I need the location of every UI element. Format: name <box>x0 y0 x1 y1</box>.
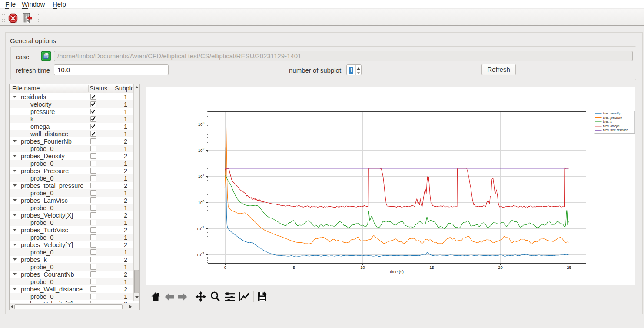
svg-text:5: 5 <box>293 265 295 270</box>
svg-text:10−1: 10−1 <box>196 226 204 231</box>
svg-text:t res. wall_distance: t res. wall_distance <box>603 128 628 131</box>
svg-text:10−2: 10−2 <box>196 252 204 257</box>
svg-text:10: 10 <box>360 265 365 270</box>
svg-text:t res. omega: t res. omega <box>603 124 620 128</box>
svg-text:100: 100 <box>198 200 205 205</box>
svg-text:20: 20 <box>498 265 503 270</box>
svg-text:t res. velocity: t res. velocity <box>603 112 621 115</box>
svg-text:t res. k: t res. k <box>603 120 612 123</box>
svg-text:time (s): time (s) <box>390 269 404 274</box>
svg-text:103: 103 <box>198 121 205 127</box>
svg-text:15: 15 <box>429 265 434 270</box>
svg-text:101: 101 <box>198 174 205 179</box>
svg-text:t res. pressure: t res. pressure <box>603 116 622 120</box>
svg-text:0: 0 <box>224 265 226 270</box>
svg-text:25: 25 <box>567 265 571 270</box>
svg-text:102: 102 <box>198 147 205 153</box>
